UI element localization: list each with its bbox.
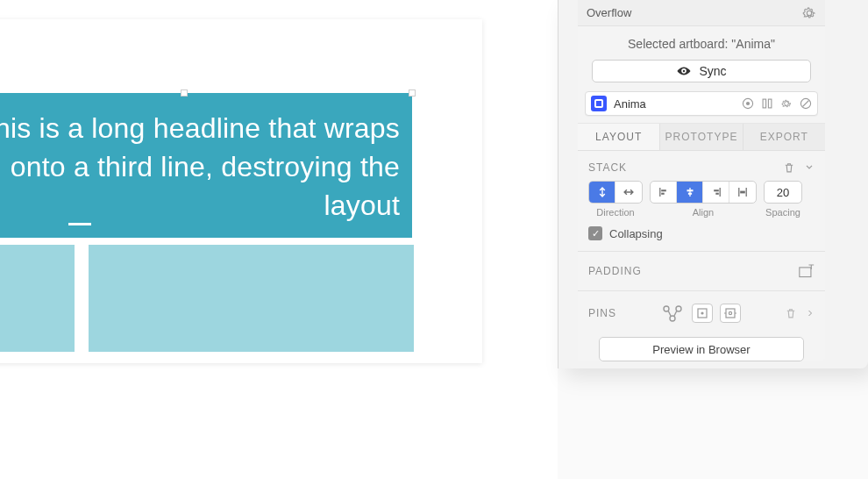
svg-point-19: [701, 311, 703, 314]
padding-row: PADDING: [588, 257, 815, 285]
settings-icon[interactable]: [780, 97, 793, 110]
selection-handle-tc[interactable]: [181, 89, 188, 97]
tab-prototype[interactable]: PROTOTYPE: [660, 124, 743, 150]
add-padding-icon[interactable]: [799, 264, 815, 278]
tab-layout[interactable]: LAYOUT: [578, 124, 660, 150]
align-left[interactable]: [651, 182, 677, 203]
pin-edges-icon[interactable]: [720, 304, 741, 323]
disable-icon[interactable]: [800, 97, 812, 110]
direction-group: Direction: [588, 181, 643, 218]
layout-panel: STACK Direction: [578, 151, 825, 361]
svg-rect-13: [740, 191, 745, 194]
svg-rect-20: [726, 309, 735, 318]
collapsing-label: Collapsing: [609, 227, 663, 240]
direction-vertical[interactable]: [589, 182, 615, 203]
stack-header-label: STACK: [588, 161, 627, 174]
svg-rect-14: [800, 268, 811, 277]
selected-artboard-label: Selected artboard: "Anima": [578, 26, 825, 60]
align-label: Align: [693, 207, 714, 218]
align-right[interactable]: [703, 182, 729, 203]
spacing-group: Spacing: [764, 181, 802, 218]
svg-rect-8: [661, 193, 665, 195]
artboard-inner: This is a long headline that wraps onto …: [0, 39, 463, 344]
pin-center-icon[interactable]: [692, 304, 713, 323]
artboard-label-suffix: ": [771, 37, 775, 51]
svg-rect-9: [687, 189, 693, 191]
app-stage: This is a long headline that wraps onto …: [0, 0, 868, 479]
artboard-name: Anima: [736, 37, 771, 51]
section-overflow[interactable]: Overflow: [578, 0, 825, 26]
spacing-label: Spacing: [765, 207, 800, 218]
align-segmented: [650, 181, 757, 204]
svg-rect-7: [661, 189, 666, 191]
artboard-label-prefix: Selected artboard: ": [628, 37, 736, 51]
divider: [578, 251, 825, 252]
align-stretch[interactable]: [729, 182, 756, 203]
divider-2: [578, 290, 825, 291]
columns-icon[interactable]: [761, 97, 773, 110]
stack-header: STACK: [588, 156, 815, 181]
svg-point-0: [683, 70, 685, 72]
stack-controls: Direction Align Spacing: [588, 181, 815, 218]
column-2[interactable]: [89, 245, 414, 352]
direction-segmented: [588, 181, 643, 204]
svg-point-2: [746, 102, 750, 105]
align-center[interactable]: [677, 182, 703, 203]
artboard-frame: This is a long headline that wraps onto …: [0, 19, 482, 363]
svg-rect-10: [687, 193, 691, 195]
spacing-input[interactable]: [764, 181, 802, 204]
text-underline: [68, 223, 91, 225]
section-title: Overflow: [587, 6, 631, 19]
preview-button[interactable]: Preview in Browser: [599, 337, 804, 361]
collapsing-row[interactable]: ✓ Collapsing: [588, 218, 815, 246]
svg-rect-3: [763, 99, 766, 108]
canvas-area[interactable]: This is a long headline that wraps onto …: [0, 0, 558, 479]
pins-header-label: PINS: [588, 307, 616, 319]
checkbox-checked-icon[interactable]: ✓: [588, 226, 602, 240]
pins-trash-icon[interactable]: [785, 307, 797, 319]
pins-row: PINS: [588, 297, 815, 330]
svg-rect-11: [714, 189, 719, 191]
trash-icon[interactable]: [783, 161, 795, 174]
anima-logo-icon: [591, 96, 607, 111]
align-group: Align: [650, 181, 757, 218]
gear-icon[interactable]: [802, 6, 816, 20]
sync-button[interactable]: Sync: [592, 60, 811, 82]
plugin-name: Anima: [614, 97, 735, 111]
chevron-down-icon[interactable]: [804, 161, 815, 174]
plugin-row[interactable]: Anima: [585, 91, 818, 116]
svg-rect-12: [715, 193, 719, 195]
svg-point-17: [670, 316, 675, 321]
chevron-right-icon[interactable]: [806, 308, 815, 318]
eye-icon: [676, 66, 692, 76]
padding-header-label: PADDING: [588, 265, 642, 277]
lower-columns: [0, 245, 414, 352]
pin-graph-icon[interactable]: [660, 304, 685, 323]
preview-label: Preview in Browser: [652, 343, 750, 356]
inspector-tabs: LAYOUT PROTOTYPE EXPORT: [578, 123, 825, 151]
record-icon[interactable]: [742, 97, 754, 110]
sync-label: Sync: [699, 64, 726, 78]
hero-block[interactable]: This is a long headline that wraps onto …: [0, 93, 412, 238]
selection-handle-tr[interactable]: [409, 89, 416, 97]
inspector-panel: Overflow Selected artboard: "Anima" Sync…: [578, 0, 825, 361]
direction-horizontal[interactable]: [615, 182, 642, 203]
direction-label: Direction: [596, 207, 634, 218]
column-1[interactable]: [0, 245, 75, 352]
tab-export[interactable]: EXPORT: [743, 124, 825, 150]
svg-rect-4: [768, 99, 772, 108]
svg-point-21: [729, 311, 731, 314]
svg-line-6: [803, 101, 809, 107]
hero-headline[interactable]: This is a long headline that wraps onto …: [0, 93, 412, 232]
